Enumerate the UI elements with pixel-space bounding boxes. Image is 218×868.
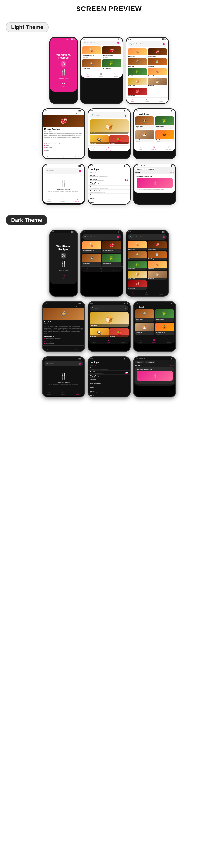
dark-card-4[interactable]: 🥦 Broccoli Soup 45 minutes — [102, 254, 121, 266]
share-icon[interactable]: ⤴ — [76, 112, 77, 114]
dark-cat-card-1[interactable]: 🍳 Breakfast — [89, 328, 109, 337]
nav-home-soup[interactable]: ⌂ Home — [138, 146, 142, 150]
settings-row-cache[interactable]: Cache User caches, search history — [88, 193, 130, 197]
dark-settings-row-dark[interactable]: Dark Mode Better eyeight and power savin… — [88, 371, 130, 375]
nav-cat-3[interactable]: ⊞ Category — [60, 154, 65, 158]
dark-nav-home-detail[interactable]: ⌂ Home — [48, 347, 51, 350]
dark-card-9[interactable]: 🥦 Brocoli Soup — [128, 261, 147, 270]
pink-dot-btn[interactable] — [117, 42, 119, 44]
more-icon[interactable]: ⋮ — [81, 112, 83, 114]
dark-settings-row-privacy[interactable]: Privacy Privacy policy & terms condition… — [88, 390, 130, 394]
nav-fav-3[interactable]: ♡ Favorite — [75, 154, 80, 158]
dark-soup-card-1[interactable]: 🍲 Lamb Soup 12 Recipes — [135, 309, 154, 322]
nav-cat-soup[interactable]: ⊞ Category — [151, 146, 156, 150]
dark-nav-fav-cat[interactable]: ♡ Favorite — [120, 339, 125, 343]
dark-search-bar[interactable]: 🔍 WordPress Recipes — [82, 234, 121, 240]
dark-search-bar-2[interactable]: 🔍 WordPress Recipes — [128, 234, 167, 240]
recipe-card-8[interactable]: 🍵 Minti Soup — [147, 58, 167, 67]
soup-card-3[interactable]: 🍜 Miso Soup 6 Recipes — [135, 130, 154, 143]
dark-share-icon[interactable]: ⤴ — [76, 305, 77, 307]
recipe-card-3[interactable]: 🍲 Lamb Soup 90 minutes — [82, 59, 101, 71]
dark-soup-card-3[interactable]: 🍜 Miso Soup 6 Recipes — [135, 323, 154, 335]
dark-card-12[interactable]: 🍜 Miso Soup — [147, 271, 167, 280]
dark-nav-home-cat[interactable]: ⌂ Home — [93, 339, 96, 343]
dark-card-7[interactable]: 🍲 Lamb Soup — [128, 251, 147, 260]
dark-pinned-btn[interactable]: 📌 Pinned — [135, 361, 144, 363]
dark-nav-cat-active[interactable]: ⊞ Category — [106, 339, 111, 343]
recipe-card-12[interactable]: 🍜 Miso Soup — [147, 78, 167, 87]
dark-nav-cat-2[interactable]: ⊞ Category — [144, 291, 149, 295]
dark-nav-fav-detail[interactable]: ♡ Favorite — [75, 347, 80, 350]
settings-row-dark[interactable]: Dark Mode Better eyeight and power savin… — [88, 178, 130, 182]
dark-more-icon[interactable]: ⋮ — [81, 305, 83, 307]
cat-card-1[interactable]: 🍳 Breakfast — [89, 135, 109, 145]
dark-nav-fav-active[interactable]: ♥ Favorite — [75, 391, 80, 395]
nav-home-cat[interactable]: ⌂ Home — [93, 147, 96, 151]
cat-card-2[interactable]: 🍓 Dessert — [109, 135, 129, 145]
pinned-btn[interactable]: 📌 Pinned — [135, 168, 144, 170]
search-bar-cat[interactable]: 🔍 Category — [90, 113, 129, 118]
dark-bookmark-icon[interactable]: ♡ — [78, 305, 80, 307]
nav-cat-2[interactable]: ⊞ Category — [144, 98, 149, 102]
recipe-card-7[interactable]: 🍲 Lamb Soup — [128, 58, 147, 67]
soup-card-4[interactable]: 🎃 Pumpkin Soup 9 Recipes — [155, 130, 174, 143]
dark-card-6[interactable]: 🥩 Minang Ren... — [147, 241, 167, 250]
dark-nav-home[interactable]: ⌂ Home — [86, 268, 89, 272]
dark-card-1[interactable]: 🍗 Buffalo Chicken Dip 30 minutes — [82, 241, 101, 253]
category-hero[interactable]: 🍞 Appetizer — [89, 119, 129, 134]
nav-home-3[interactable]: ⌂ Home — [48, 154, 51, 158]
dark-search-bar-fav[interactable]: 🔍 Favorite — [44, 361, 83, 367]
dark-mode-toggle[interactable] — [125, 372, 128, 374]
nav-home-2[interactable]: ⌂ Home — [131, 98, 134, 102]
settings-row-about[interactable]: About — [88, 202, 130, 204]
dark-nav-cat-fav[interactable]: ⊞ Category — [60, 391, 65, 395]
nav-category[interactable]: ⊞ Category — [99, 73, 103, 77]
dark-card-10[interactable]: 🍗 Chicken Pe... — [147, 261, 167, 270]
dark-nav-home-fav[interactable]: ⌂ Home — [48, 391, 51, 395]
recipe-card-5[interactable]: 🍗 Buffalo Chi... — [128, 49, 147, 58]
dark-nav-fav-soup[interactable]: ♡ Favorite — [166, 339, 170, 343]
dark-settings-row-general[interactable]: General Profile preferences, theme, noti… — [88, 367, 130, 371]
dark-search-bar-cat[interactable]: 🔍 Category — [90, 305, 129, 311]
dark-nav-fav[interactable]: ♡ Favorite — [113, 268, 118, 272]
back-btn[interactable]: ← — [135, 113, 138, 115]
nav-fav-2[interactable]: ♡ Favorite — [159, 98, 163, 102]
recipe-card-11[interactable]: 🍞 Bread Some... — [128, 78, 147, 87]
dark-soup-card-4[interactable]: 🎃 Pumpkin Soup 9 Recipes — [155, 323, 174, 335]
dark-nav-fav-2[interactable]: ♡ Favorite — [159, 291, 163, 295]
nav-cat-active[interactable]: ⊞ Category — [106, 147, 111, 151]
dark-settings-row-push[interactable]: Push Notification Manage push notificati… — [88, 382, 130, 386]
view-all-link[interactable]: View all — [170, 172, 174, 174]
recipe-card-4[interactable]: 🥦 Broccoli Soup 45 minutes — [102, 59, 121, 71]
search-bar-2[interactable]: 🔍 WordPress Recipes — [128, 41, 167, 47]
recipe-card-13[interactable]: 🥩 Grilled label... — [128, 88, 167, 97]
settings-row-privacy[interactable]: Privacy Privacy policy & terms condition… — [88, 197, 130, 202]
settings-row-general[interactable]: General Profile preferences, theme, noti… — [88, 174, 130, 178]
soup-card-1[interactable]: 🍲 Lamb Soup 12 Recipes — [135, 117, 154, 129]
recipe-card-6[interactable]: 🥩 Minang Ren... — [147, 49, 167, 58]
dark-back-btn[interactable]: ← — [135, 306, 138, 308]
dark-settings-row-cache[interactable]: Cache User caches, search history — [88, 386, 130, 390]
settings-row-display[interactable]: Display Recipes 0 Columns — [88, 182, 130, 186]
dark-card-2[interactable]: 🥩 Minang Rendang 120 minutes — [102, 241, 121, 253]
dark-category-hero[interactable]: 🍞 Appetizer — [89, 312, 129, 327]
bookmark-icon[interactable]: ♡ — [78, 112, 80, 114]
dark-soup-card-2[interactable]: 🥦 Broccoli Soup 8 Recipes — [155, 309, 174, 322]
recipe-card-10[interactable]: 🍗 Chicken Pe... — [147, 68, 167, 77]
nav-favorite[interactable]: ♡ Favorite — [113, 73, 118, 77]
dark-mode-toggle[interactable] — [125, 179, 128, 181]
nav-cat-fav[interactable]: ⊞ Category — [60, 198, 65, 202]
recipe-card-2[interactable]: 🥩 Minang Rendang 120 minutes — [102, 46, 121, 58]
nav-fav-cat[interactable]: ♡ Favorite — [120, 147, 125, 151]
nav-home-fav[interactable]: ⌂ Home — [48, 198, 51, 202]
dark-nav-cat-detail[interactable]: ⊞ Category — [60, 347, 65, 350]
nav-fav-soup[interactable]: ♡ Favorite — [166, 146, 170, 150]
nav-fav-active[interactable]: ♥ Favorite — [75, 198, 80, 202]
dark-settings-row-text[interactable]: Text size Preferred text size for conten… — [88, 378, 130, 382]
settings-row-text[interactable]: Text size Preferred text size for conten… — [88, 186, 130, 190]
dark-settings-row-display[interactable]: Display Recipes 0 Columns — [88, 375, 130, 378]
dark-card-5[interactable]: 🍗 Buffalo Chi... — [128, 241, 147, 250]
dark-nav-cat-soup[interactable]: ⊞ Category — [151, 339, 156, 343]
dark-nav-home-soup[interactable]: ⌂ Home — [138, 339, 142, 343]
dark-view-all-link[interactable]: View all — [170, 365, 174, 366]
